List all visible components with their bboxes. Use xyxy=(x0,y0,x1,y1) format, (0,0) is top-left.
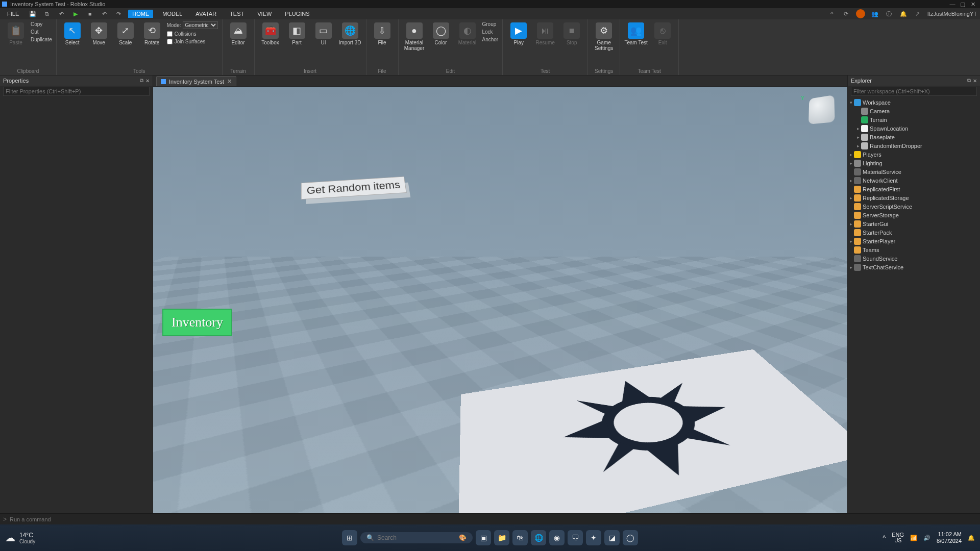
rotate-tool[interactable]: ⟲Rotate xyxy=(140,21,164,45)
tree-materialservice[interactable]: MaterialService xyxy=(848,167,980,176)
tree-networkclient[interactable]: ▸NetworkClient xyxy=(848,176,980,185)
tree-teams[interactable]: Teams xyxy=(848,245,980,254)
taskbar-weather[interactable]: ☁ 14°C Cloudy xyxy=(5,532,35,544)
tree-terrain[interactable]: Terrain xyxy=(848,115,980,124)
tree-serverstorage[interactable]: ServerStorage xyxy=(848,211,980,219)
taskbar-app2-icon[interactable]: ✦ xyxy=(586,530,601,545)
taskbar-chrome-icon[interactable]: 🌐 xyxy=(531,530,546,545)
menu-home[interactable]: HOME xyxy=(128,10,153,18)
tree-lighting[interactable]: ▸Lighting xyxy=(848,159,980,167)
play-button[interactable]: ▶Play xyxy=(507,21,530,45)
group-button[interactable]: Group xyxy=(482,21,499,27)
notifications-icon[interactable]: 🔔 xyxy=(899,9,908,18)
help-icon[interactable]: ⓘ xyxy=(885,9,894,18)
taskbar-store-icon[interactable]: 🛍 xyxy=(512,530,528,545)
duplicate-button[interactable]: Duplicate xyxy=(31,37,52,42)
qa-undo-icon[interactable]: ↶ xyxy=(57,9,66,18)
qa-undo2-icon[interactable]: ↶ xyxy=(100,9,109,18)
close-window-button[interactable]: ✕ xyxy=(968,1,978,8)
minimize-button[interactable]: — xyxy=(947,1,958,7)
toolbox-button[interactable]: 🧰Toolbox xyxy=(259,21,282,45)
properties-popout-icon[interactable]: ⧉ xyxy=(140,78,143,84)
collisions-checkbox[interactable]: Collisions xyxy=(167,31,218,37)
tree-replicatedfirst[interactable]: ReplicatedFirst xyxy=(848,185,980,193)
stop-button[interactable]: ■Stop xyxy=(560,21,583,45)
view-cube[interactable] xyxy=(808,95,835,124)
tree-replicatedstorage[interactable]: ▸ReplicatedStorage xyxy=(848,193,980,202)
qa-redo-icon[interactable]: ↷ xyxy=(114,9,123,18)
taskbar-clock[interactable]: 11:02 AM 8/07/2024 xyxy=(937,531,962,544)
notifications-tray-icon[interactable]: 🔔 xyxy=(968,535,975,541)
material-button[interactable]: ◐Material xyxy=(456,21,479,45)
taskbar-obs-icon[interactable]: ◯ xyxy=(623,530,638,545)
copy-button[interactable]: Copy xyxy=(31,21,52,27)
qa-clone-icon[interactable]: ⧉ xyxy=(42,9,52,18)
properties-close-icon[interactable]: ✕ xyxy=(145,78,150,84)
tree-workspace[interactable]: ▾Workspace xyxy=(848,98,980,107)
taskbar-search-input[interactable] xyxy=(377,534,456,541)
file-import-button[interactable]: ⇩File xyxy=(371,21,394,45)
taskbar-roblox-icon[interactable]: ◪ xyxy=(604,530,620,545)
collab-icon[interactable]: 👥 xyxy=(870,9,879,18)
scale-tool[interactable]: ⤢Scale xyxy=(114,21,137,45)
explorer-filter-input[interactable] xyxy=(851,87,977,96)
taskbar-search[interactable]: 🔍 🎨 xyxy=(360,532,473,543)
resume-button[interactable]: ⏯Resume xyxy=(533,21,557,45)
command-input[interactable] xyxy=(10,516,977,522)
input-region[interactable]: US xyxy=(892,538,904,544)
menu-view[interactable]: VIEW xyxy=(253,10,276,18)
maximize-button[interactable]: ▢ xyxy=(958,1,968,8)
color-button[interactable]: ◯Color xyxy=(429,21,453,45)
tree-randomitemdropper[interactable]: ▸RandomItemDropper xyxy=(848,141,980,150)
input-lang[interactable]: ENG xyxy=(892,532,904,538)
cut-button[interactable]: Cut xyxy=(31,29,52,35)
collapse-ribbon-icon[interactable]: ^ xyxy=(827,9,837,18)
menu-plugins[interactable]: PLUGINS xyxy=(281,10,313,18)
anchor-button[interactable]: Anchor xyxy=(482,37,499,42)
tree-starterplayer[interactable]: ▸StarterPlayer xyxy=(848,237,980,245)
select-tool[interactable]: ↖Select xyxy=(61,21,84,45)
properties-filter-input[interactable] xyxy=(3,87,150,96)
task-view-button[interactable]: ▣ xyxy=(476,530,491,545)
tree-spawnlocation[interactable]: ▸SpawnLocation xyxy=(848,124,980,133)
tree-camera[interactable]: Camera xyxy=(848,107,980,115)
team-test-button[interactable]: 👥Team Test xyxy=(624,21,648,45)
viewport[interactable]: Get Random items Inventory Y xyxy=(153,87,847,513)
import-3d-button[interactable]: 🌐Import 3D xyxy=(338,21,362,45)
taskbar-app1-icon[interactable]: ◉ xyxy=(549,530,565,545)
explorer-popout-icon[interactable]: ⧉ xyxy=(967,78,971,84)
share-icon[interactable]: ↗ xyxy=(913,9,922,18)
qa-stop-icon[interactable]: ■ xyxy=(85,9,94,18)
game-settings-button[interactable]: ⚙Game Settings xyxy=(592,21,616,51)
updates-icon[interactable]: ⟳ xyxy=(842,9,851,18)
qa-play-icon[interactable]: ▶ xyxy=(71,9,80,18)
tree-startergui[interactable]: ▸StarterGui xyxy=(848,219,980,228)
material-manager-button[interactable]: ●Material Manager xyxy=(403,21,426,51)
ui-button[interactable]: ▭UI xyxy=(312,21,335,45)
paste-button[interactable]: 📋Paste xyxy=(4,21,28,45)
menu-model[interactable]: MODEL xyxy=(158,10,186,18)
wifi-icon[interactable]: 📶 xyxy=(910,535,917,541)
move-tool[interactable]: ✥Move xyxy=(87,21,111,45)
part-button[interactable]: ◧Part xyxy=(285,21,309,45)
mode-dropdown[interactable]: Geometric xyxy=(183,21,218,29)
tree-serverscriptservice[interactable]: ServerScriptService xyxy=(848,202,980,211)
tab-close-icon[interactable]: ✕ xyxy=(227,78,232,85)
taskbar-discord-icon[interactable]: 🗨 xyxy=(568,530,583,545)
explorer-close-icon[interactable]: ✕ xyxy=(973,78,977,84)
tree-soundservice[interactable]: SoundService xyxy=(848,254,980,263)
lock-button[interactable]: Lock xyxy=(482,29,499,35)
menu-avatar[interactable]: AVATAR xyxy=(191,10,220,18)
user-avatar[interactable] xyxy=(856,9,865,18)
team-exit-button[interactable]: ⎋Exit xyxy=(651,21,674,45)
tree-players[interactable]: ▸Players xyxy=(848,150,980,159)
inventory-button[interactable]: Inventory xyxy=(162,309,232,336)
join-surfaces-checkbox[interactable]: Join Surfaces xyxy=(167,39,218,44)
tree-textchatservice[interactable]: ▸TextChatService xyxy=(848,263,980,271)
terrain-editor-button[interactable]: ⛰Editor xyxy=(227,21,250,45)
qa-save-icon[interactable]: 💾 xyxy=(28,9,37,18)
menu-test[interactable]: TEST xyxy=(226,10,248,18)
taskbar-explorer-icon[interactable]: 📁 xyxy=(494,530,509,545)
menu-file[interactable]: FILE xyxy=(3,10,23,18)
start-button[interactable]: ⊞ xyxy=(342,530,357,545)
